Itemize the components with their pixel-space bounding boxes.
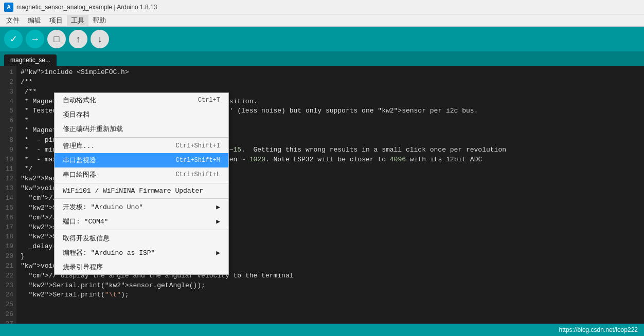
- dropdown-item-shortcut-4: Ctrl+Shift+M: [176, 157, 220, 164]
- dropdown-item-arrow-7: ▶: [216, 203, 220, 211]
- dropdown-item-arrow-8: ▶: [216, 217, 220, 226]
- dropdown-item-5[interactable]: 串口绘图器Ctrl+Shift+L: [55, 167, 228, 182]
- toolbar: ✓ → □ ↑ ↓: [0, 27, 644, 51]
- upload-button[interactable]: →: [26, 30, 44, 48]
- status-bar: https://blog.csdn.net/loop222: [0, 324, 644, 336]
- dropdown-item-9[interactable]: 取得开发板信息: [55, 231, 228, 246]
- editor-tab[interactable]: magnetic_se...: [4, 54, 57, 66]
- menu-edit[interactable]: 编辑: [24, 15, 45, 26]
- new-button[interactable]: □: [47, 30, 66, 48]
- dropdown-item-2[interactable]: 修正编码并重新加载: [55, 122, 228, 136]
- dropdown-item-label-0: 自动格式化: [63, 96, 96, 105]
- editor: 1234567891011121314151617181920212223242…: [0, 66, 644, 324]
- dropdown-item-label-3: 管理库...: [63, 141, 95, 151]
- dropdown-item-label-1: 项目存档: [63, 110, 90, 119]
- menu-help[interactable]: 帮助: [88, 15, 110, 26]
- dropdown-item-6[interactable]: WiFi101 / WiFiNINA Firmware Updater: [55, 184, 228, 197]
- dropdown-item-8[interactable]: 端口: "COM4"▶: [55, 214, 228, 229]
- save-button[interactable]: ↓: [91, 30, 109, 48]
- menu-tools[interactable]: 工具: [67, 15, 88, 26]
- dropdown-item-label-2: 修正编码并重新加载: [63, 124, 123, 134]
- tab-bar: magnetic_se...: [0, 51, 644, 66]
- dropdown-menu: 自动格式化Ctrl+T项目存档修正编码并重新加载管理库...Ctrl+Shift…: [54, 92, 229, 275]
- dropdown-item-label-7: 开发板: "Arduino Uno": [63, 202, 143, 212]
- dropdown-item-label-4: 串口监视器: [63, 156, 96, 165]
- dropdown-item-label-9: 取得开发板信息: [63, 234, 110, 243]
- dropdown-item-arrow-10: ▶: [216, 249, 220, 257]
- tools-dropdown: 自动格式化Ctrl+T项目存档修正编码并重新加载管理库...Ctrl+Shift…: [54, 92, 229, 275]
- dropdown-item-label-6: WiFi101 / WiFiNINA Firmware Updater: [63, 187, 203, 195]
- dropdown-item-11[interactable]: 烧录引导程序: [55, 260, 228, 274]
- verify-button[interactable]: ✓: [4, 30, 23, 48]
- title-bar: A magnetic_sensor_analog_example | Ardui…: [0, 0, 644, 14]
- status-url: https://blog.csdn.net/loop222: [559, 326, 638, 333]
- menu-project[interactable]: 项目: [45, 15, 67, 26]
- dropdown-item-1[interactable]: 项目存档: [55, 107, 228, 122]
- menu-file[interactable]: 文件: [2, 15, 24, 26]
- dropdown-item-10[interactable]: 编程器: "Arduino as ISP"▶: [55, 246, 228, 260]
- dropdown-item-3[interactable]: 管理库...Ctrl+Shift+I: [55, 139, 228, 153]
- dropdown-item-7[interactable]: 开发板: "Arduino Uno"▶: [55, 200, 228, 214]
- dropdown-item-label-10: 编程器: "Arduino as ISP": [63, 248, 155, 257]
- dropdown-item-label-8: 端口: "COM4": [63, 217, 108, 226]
- app-icon: A: [4, 3, 13, 12]
- dropdown-item-label-11: 烧录引导程序: [63, 263, 103, 272]
- dropdown-item-shortcut-0: Ctrl+T: [198, 97, 220, 104]
- dropdown-item-0[interactable]: 自动格式化Ctrl+T: [55, 93, 228, 107]
- open-button[interactable]: ↑: [69, 30, 87, 48]
- dropdown-item-4[interactable]: 串口监视器Ctrl+Shift+M: [55, 153, 228, 167]
- dropdown-item-label-5: 串口绘图器: [63, 170, 96, 179]
- dropdown-item-shortcut-5: Ctrl+Shift+L: [176, 171, 220, 178]
- dropdown-item-shortcut-3: Ctrl+Shift+I: [176, 142, 220, 150]
- window-title: magnetic_sensor_analog_example | Arduino…: [16, 4, 157, 11]
- main-window: A magnetic_sensor_analog_example | Ardui…: [0, 0, 644, 336]
- menu-bar: 文件 编辑 项目 工具 帮助: [0, 14, 644, 27]
- line-numbers: 1234567891011121314151617181920212223242…: [0, 66, 16, 324]
